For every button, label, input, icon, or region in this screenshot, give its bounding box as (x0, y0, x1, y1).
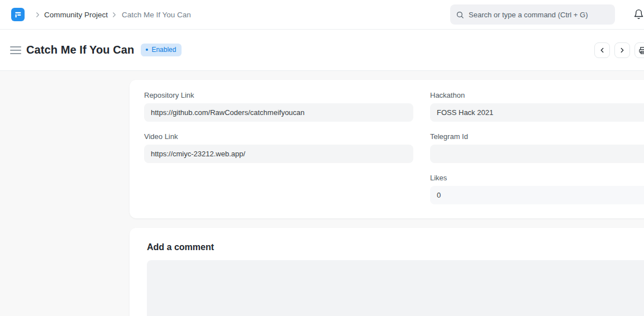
chevron-left-icon (598, 46, 606, 54)
search-input[interactable] (469, 11, 609, 19)
status-badge-label: Enabled (151, 46, 176, 54)
comment-section: Add a comment (130, 228, 644, 316)
telegram-id-input[interactable] (430, 145, 644, 163)
repository-link-input[interactable] (144, 103, 413, 122)
previous-record-button[interactable] (594, 42, 610, 58)
comment-input[interactable] (147, 260, 644, 316)
print-button[interactable] (635, 42, 644, 58)
form-section: Repository Link Video Link Hackathon Tel… (130, 80, 644, 218)
field-repository-link: Repository Link (144, 91, 413, 122)
status-badge: Enabled (141, 44, 182, 56)
field-telegram-id: Telegram Id (430, 132, 644, 163)
frappe-logo[interactable] (11, 8, 25, 21)
form-column-left: Repository Link Video Link (144, 91, 413, 204)
breadcrumb: Community Project Catch Me If You Can (31, 11, 191, 19)
hackathon-label: Hackathon (430, 91, 644, 99)
menu-icon[interactable] (10, 45, 21, 56)
breadcrumb-item-current: Catch Me If You Can (122, 11, 191, 19)
page-head-actions (594, 42, 644, 58)
telegram-id-label: Telegram Id (430, 132, 644, 141)
page-title: Catch Me If You Can (26, 44, 134, 56)
page-body: Repository Link Video Link Hackathon Tel… (0, 71, 644, 316)
bell-icon (633, 9, 644, 20)
likes-label: Likes (430, 174, 644, 182)
likes-input[interactable] (430, 186, 644, 204)
chevron-right-icon (110, 11, 118, 19)
status-dot-icon (146, 49, 148, 51)
comment-section-heading: Add a comment (147, 242, 644, 252)
chevron-right-icon (34, 11, 42, 19)
video-link-input[interactable] (144, 145, 413, 163)
repository-link-label: Repository Link (144, 91, 413, 99)
notifications-bell-button[interactable] (633, 9, 644, 20)
global-search-bar[interactable] (450, 4, 615, 25)
navbar: Community Project Catch Me If You Can (0, 0, 644, 30)
next-record-button[interactable] (614, 42, 630, 58)
search-icon (456, 11, 464, 19)
printer-icon (638, 46, 644, 55)
video-link-label: Video Link (144, 132, 413, 141)
field-video-link: Video Link (144, 132, 413, 163)
breadcrumb-item-community-project[interactable]: Community Project (44, 11, 108, 19)
field-likes: Likes (430, 174, 644, 204)
hackathon-input[interactable] (430, 103, 644, 122)
chevron-right-icon (618, 46, 626, 54)
page-head: Catch Me If You Can Enabled (0, 30, 644, 71)
form-column-right: Hackathon Telegram Id Likes (430, 91, 644, 204)
field-hackathon: Hackathon (430, 91, 644, 122)
frappe-logo-icon (14, 11, 22, 19)
app-window: Community Project Catch Me If You Can Ca… (0, 0, 644, 316)
